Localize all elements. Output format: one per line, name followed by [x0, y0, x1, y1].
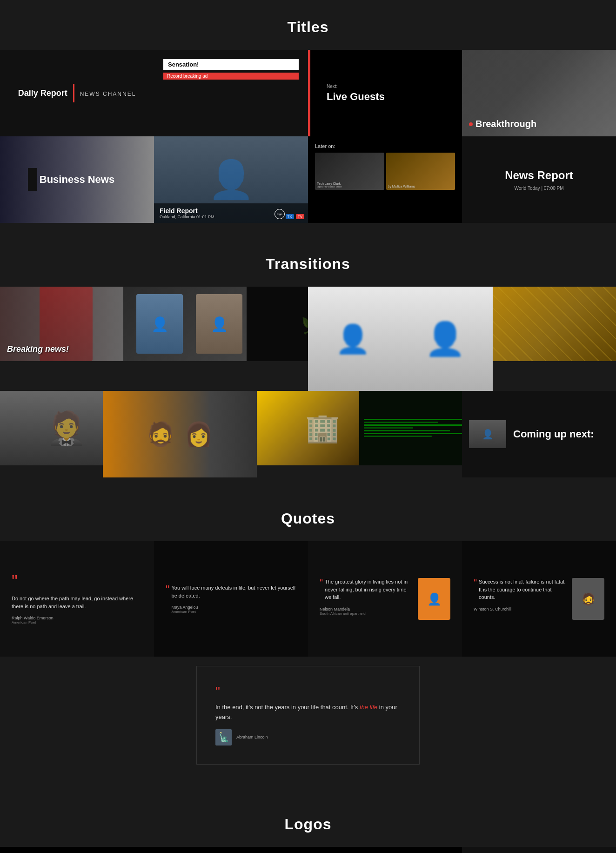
golden-pattern	[493, 287, 616, 361]
breakthrough-content: Breakthrough	[469, 119, 536, 129]
quote-mark-2: "	[166, 584, 170, 595]
quote-author-sub-1: American Poet	[12, 620, 142, 625]
quote-text-4: Success is not final, failure is not fat…	[479, 578, 567, 601]
quote-photo-3: 👤	[418, 578, 450, 620]
quote-author-1: Ralph Waldo Emerson	[12, 616, 142, 620]
tile-live-guests[interactable]: Next: Live Guests	[308, 50, 462, 136]
quote-5-highlight: the life	[360, 704, 377, 711]
quote-author-4: Winston S. Churchill	[474, 607, 567, 611]
quote-5-author-row: 🗽 Abraham Lincoln	[215, 729, 401, 746]
quote-2-body: You will face many defeats in life, but …	[172, 584, 296, 614]
live-guests-title: Live Guests	[327, 91, 462, 103]
quote-author-3: Nelson Mandela	[320, 607, 413, 611]
titles-row-2: Business News 👤 Field Report Oakland, Ca…	[0, 136, 616, 223]
quote-3-body: " The greatest glory in living lies not …	[320, 578, 413, 616]
logo-tile-1[interactable]: logo	[0, 847, 154, 853]
quote-tile-1[interactable]: " Do not go where the path may lead, go …	[0, 541, 154, 657]
thumb1-sub: lapriority come other	[317, 185, 342, 188]
daily-report-content: Daily Report NEWS CHANNEL	[18, 84, 136, 102]
quote-tile-4[interactable]: " Success is not final, failure is not f…	[462, 541, 616, 657]
logos-grid: logo logo FRESH EVENT! RELIABLE NEWS LOG…	[0, 847, 616, 853]
quote-photo-4: 🧔	[572, 578, 604, 620]
business-news-block	[28, 168, 37, 191]
thumb1-text: Tech Larry Clark	[317, 182, 342, 185]
daily-report-divider	[73, 84, 74, 102]
tile-interview[interactable]: 👤 👤	[123, 287, 255, 361]
quote-tile-3[interactable]: " The greatest glory in living lies not …	[308, 541, 462, 657]
tile-field-report[interactable]: 👤 Field Report Oakland, California 01:01…	[154, 136, 308, 223]
tile-daily-report[interactable]: Daily Report NEWS CHANNEL	[0, 50, 154, 136]
thumb2-text: by Mallica Williams	[388, 185, 415, 188]
tile-coming-up[interactable]: 👤 Coming up next:	[462, 391, 616, 477]
blur-people-content: 👤 👤	[308, 287, 493, 390]
business-news-title: Business News	[40, 174, 114, 186]
later-on-thumb-1: Tech Larry Clark lapriority come other	[315, 153, 384, 190]
quote-text-3: The greatest glory in living lies not in…	[325, 578, 413, 601]
daily-report-subtitle: NEWS CHANNEL	[80, 91, 136, 97]
interview-person1: 👤	[136, 294, 183, 354]
quote-mark-5: "	[215, 685, 401, 698]
logo-tile-2[interactable]: logo FRESH EVENT! RELIABLE NEWS	[154, 847, 308, 853]
quote-author-sub-2: American Poet	[172, 610, 296, 614]
field-report-overlay: Field Report Oakland, California 01:01 P…	[154, 203, 308, 223]
tag-tv: TV	[296, 214, 304, 219]
quote-3-mark-row: " The greatest glory in living lies not …	[320, 578, 413, 607]
quote-5-author-photo: 🗽	[215, 729, 232, 746]
titles-section: Titles Daily Report NEWS CHANNEL Sensati…	[0, 0, 616, 237]
quote-author-2: Maya Angelou	[172, 605, 296, 610]
sensation-sub: Record breaking ad	[163, 73, 299, 80]
tile-breaking-news[interactable]: Breaking news!	[0, 287, 132, 361]
quote-author-sub-3: South African anti-apartheid	[320, 611, 413, 616]
sensation-badge: Sensation!	[163, 59, 299, 70]
breakthrough-title: Breakthrough	[475, 119, 536, 129]
field-report-tags: TX TV	[286, 214, 304, 219]
tile-later-on[interactable]: Later on: Tech Larry Clark lapriority co…	[308, 136, 462, 223]
logos-section-title: Logos	[0, 816, 616, 833]
quote-tile-5[interactable]: " In the end, it's not the years in your…	[196, 666, 420, 765]
quote-5-author: Abraham Lincoln	[236, 735, 268, 739]
later-on-thumbnails: Tech Larry Clark lapriority come other b…	[315, 153, 455, 190]
quote-tile-2[interactable]: " You will face many defeats in life, bu…	[154, 541, 308, 657]
interview-person2: 👤	[196, 294, 242, 354]
live-guests-bar	[308, 50, 310, 136]
breaking-news-text: Breaking news!	[7, 344, 69, 354]
quote-mark-1: "	[12, 573, 142, 590]
quote-text-5: In the end, it's not the years in your l…	[215, 703, 401, 722]
news-report-sub: World Today | 07:00 PM	[514, 186, 563, 191]
tile-blur-people[interactable]: 👤 👤	[308, 287, 493, 390]
transitions-section-title: Transitions	[0, 255, 616, 273]
tile-sensation[interactable]: Sensation! Record breaking ad	[154, 50, 308, 136]
titles-row-1: Daily Report NEWS CHANNEL Sensation! Rec…	[0, 50, 616, 136]
quotes-section: Quotes " Do not go where the path may le…	[0, 491, 616, 797]
coming-up-thumbnail: 👤	[469, 420, 506, 448]
quote-4-mark-row: " Success is not final, failure is not f…	[474, 578, 567, 607]
later-on-label: Later on:	[315, 143, 455, 149]
transitions-row-1: Breaking news! 👤 👤 🌿 👤 👤	[0, 287, 616, 390]
quote-5-part1: In the end, it's not the years in your l…	[215, 704, 360, 711]
logo-tile-3[interactable]: LOGO	[308, 847, 462, 853]
daily-report-title: Daily Report	[18, 88, 67, 98]
tag-tx: TX	[286, 214, 294, 219]
live-guests-next-label: Next:	[327, 84, 462, 89]
news-report-title: News Report	[505, 169, 573, 182]
quote-2-mark-row: " You will face many defeats in life, bu…	[166, 584, 296, 614]
quote-mark-3: "	[320, 578, 323, 587]
tile-news-report[interactable]: News Report World Today | 07:00 PM	[462, 136, 616, 223]
titles-section-title: Titles	[0, 19, 616, 36]
coming-up-text: Coming up next:	[513, 428, 594, 440]
tile-golden[interactable]	[493, 287, 616, 361]
quote-4-body: " Success is not final, failure is not f…	[474, 578, 567, 611]
tile-breakthrough[interactable]: Breakthrough	[462, 50, 616, 136]
quotes-section-title: Quotes	[0, 510, 616, 527]
daily-report-sub-container: NEWS CHANNEL	[80, 88, 136, 98]
quotes-row-1: " Do not go where the path may lead, go …	[0, 541, 616, 657]
breakthrough-dot	[469, 122, 473, 126]
tile-business-news[interactable]: Business News	[0, 136, 154, 223]
later-on-thumb-2: by Mallica Williams	[386, 153, 455, 190]
quote-3-content: " The greatest glory in living lies not …	[320, 578, 450, 620]
tile-couple[interactable]: 🧔 👩	[103, 391, 257, 477]
quote-text-2: You will face many defeats in life, but …	[172, 584, 296, 599]
logo-tile-4[interactable]: Our Sponsors: LOGO LOGO LOGO LOGO LOGO	[462, 847, 616, 853]
logos-section: Logos logo logo FRESH EVENT! RELIABLE NE…	[0, 797, 616, 853]
quotes-center-row: " In the end, it's not the years in your…	[0, 657, 616, 783]
